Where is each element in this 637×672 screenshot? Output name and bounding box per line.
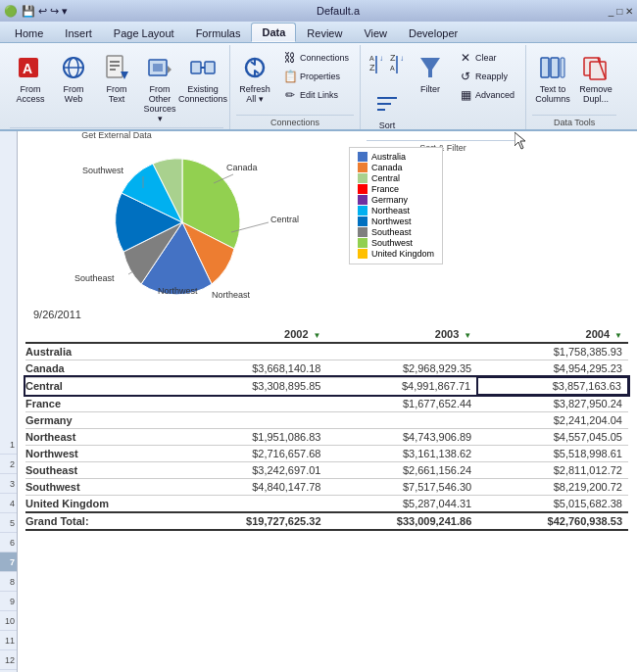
- legend-item-uk: United Kingdom: [358, 249, 434, 259]
- from-other-button[interactable]: From OtherSources ▾: [139, 49, 180, 127]
- sort-za-button[interactable]: Z A ↓: [388, 49, 408, 83]
- from-web-icon: [58, 52, 89, 83]
- tab-page-layout[interactable]: Page Layout: [103, 24, 185, 42]
- cell-value: $2,241,204.04: [477, 412, 628, 429]
- remove-duplicates-button[interactable]: RemoveDupl...: [575, 49, 616, 108]
- filter-icon-2002: ▼: [314, 331, 321, 340]
- from-text-label: FromText: [107, 85, 127, 105]
- worksheet: 1 2 3 4 5 6 7 8 9 10 11 12 13 14 15: [0, 131, 637, 672]
- tab-home[interactable]: Home: [4, 24, 54, 42]
- legend-color-france: [358, 184, 368, 194]
- reapply-button[interactable]: ↺ Reapply: [453, 68, 519, 85]
- cell-label: Southwest: [25, 479, 176, 496]
- from-other-label: From OtherSources ▾: [143, 85, 175, 124]
- properties-label: Properties: [300, 72, 340, 81]
- filter-icon-2003: ▼: [464, 331, 471, 340]
- filter-label: Filter: [420, 85, 440, 95]
- edit-links-button[interactable]: ✏ Edit Links: [277, 86, 354, 104]
- row-num-5: 5: [0, 513, 17, 533]
- date-cell: 9/26/2011: [25, 309, 629, 320]
- refresh-all-icon: [239, 52, 270, 83]
- from-access-button[interactable]: A FromAccess: [10, 49, 51, 108]
- cell-value: $19,727,625.32: [176, 512, 327, 530]
- filter-icon-2004: ▼: [614, 331, 622, 340]
- svg-marker-12: [168, 66, 172, 73]
- cell-value: [176, 343, 327, 360]
- legend-item-northwest: Northwest: [358, 216, 434, 226]
- legend-color-southeast: [358, 227, 368, 237]
- header-2003: 2003 ▼: [327, 326, 478, 343]
- group-get-external-data: A FromAccess FromWeb: [4, 45, 230, 129]
- group-label-data-tools: Data Tools: [532, 115, 616, 127]
- table-row: Australia$1,758,385.93: [25, 343, 628, 360]
- svg-text:↓: ↓: [379, 54, 383, 63]
- clear-icon: ✕: [458, 51, 473, 65]
- svg-text:A: A: [390, 65, 395, 72]
- cell-value: $4,954,295.23: [477, 360, 628, 378]
- clear-button[interactable]: ✕ Clear: [453, 49, 519, 67]
- refresh-all-button[interactable]: RefreshAll ▾: [236, 49, 273, 108]
- legend-item-central: Central: [358, 173, 434, 183]
- clear-label: Clear: [475, 53, 497, 63]
- existing-connections-label: ExistingConnections: [178, 85, 227, 105]
- reapply-icon: ↺: [458, 70, 473, 83]
- cell-label: Southeast: [25, 462, 176, 479]
- group-label-connections: Connections: [236, 115, 354, 127]
- text-to-columns-button[interactable]: Text toColumns: [532, 49, 573, 108]
- cell-value: $4,991,867.71: [327, 377, 478, 395]
- from-text-button[interactable]: FromText: [96, 49, 137, 108]
- table-row: Central$3,308,895.85$4,991,867.71$3,857,…: [25, 377, 628, 395]
- external-data-buttons: A FromAccess FromWeb: [10, 49, 223, 127]
- reapply-label: Reapply: [475, 72, 508, 81]
- from-web-button[interactable]: FromWeb: [53, 49, 94, 108]
- group-data-tools: Text toColumns RemoveDupl... Data Tools: [526, 45, 622, 129]
- legend-item-france: France: [358, 184, 434, 194]
- tab-review[interactable]: Review: [296, 24, 353, 42]
- chart-label-northwest: Northwest: [158, 286, 198, 296]
- window-controls[interactable]: _ □ ✕: [609, 6, 633, 17]
- legend-color-uk: [358, 249, 368, 259]
- main-content: Central Canada Southwest Southeast North…: [18, 131, 637, 672]
- tab-developer[interactable]: Developer: [398, 24, 468, 42]
- cell-value: $8,219,200.72: [477, 479, 628, 496]
- svg-rect-11: [153, 64, 163, 72]
- filter-button[interactable]: Filter: [412, 49, 449, 104]
- tab-insert[interactable]: Insert: [54, 24, 103, 42]
- tab-formulas[interactable]: Formulas: [185, 24, 252, 42]
- legend-color-canada: [358, 163, 368, 172]
- from-web-label: FromWeb: [64, 85, 84, 105]
- row-num-3: 3: [0, 474, 17, 494]
- ribbon-tabs: Home Insert Page Layout Formulas Data Re…: [0, 22, 637, 43]
- sort-label: Sort: [379, 121, 396, 131]
- existing-connections-icon: [187, 52, 219, 83]
- properties-button[interactable]: 📋 Properties: [277, 68, 354, 85]
- chart-legend: Australia Canada Central France Germany: [349, 147, 443, 264]
- cell-label: United Kingdom: [25, 496, 176, 513]
- row-num-7: 7: [0, 552, 17, 572]
- table-row: Northeast$1,951,086.83$4,743,906.89$4,55…: [25, 429, 628, 446]
- header-2004: 2004 ▼: [477, 326, 628, 343]
- ribbon: A FromAccess FromWeb: [0, 43, 637, 131]
- cell-value: $1,951,086.83: [176, 429, 327, 446]
- cell-value: $2,716,657.68: [176, 446, 327, 462]
- cell-value: $3,857,163.63: [477, 377, 628, 395]
- advanced-button[interactable]: ▦ Advanced: [453, 86, 519, 104]
- legend-color-australia: [358, 152, 368, 162]
- tab-view[interactable]: View: [353, 24, 398, 42]
- chart-label-southeast: Southeast: [74, 273, 115, 283]
- sort-az-button[interactable]: A Z ↓: [368, 49, 387, 83]
- table-row: Southeast$3,242,697.01$2,661,156.24$2,81…: [25, 462, 628, 479]
- quick-access: 💾 ↩ ↪ ▾: [22, 5, 68, 18]
- svg-rect-13: [191, 62, 201, 73]
- row-num-2: 2: [0, 455, 17, 474]
- legend-color-northwest: [358, 216, 368, 226]
- row-num-12: 12: [0, 650, 17, 670]
- cell-value: $4,840,147.78: [176, 479, 327, 496]
- chart-label-canada: Canada: [226, 163, 258, 172]
- existing-connections-button[interactable]: ExistingConnections: [182, 49, 223, 108]
- row-num-9: 9: [0, 592, 17, 611]
- cell-label: Northeast: [25, 429, 176, 446]
- connections-button[interactable]: ⛓ Connections: [277, 49, 354, 67]
- tab-data[interactable]: Data: [251, 23, 296, 42]
- svg-rect-33: [590, 62, 606, 79]
